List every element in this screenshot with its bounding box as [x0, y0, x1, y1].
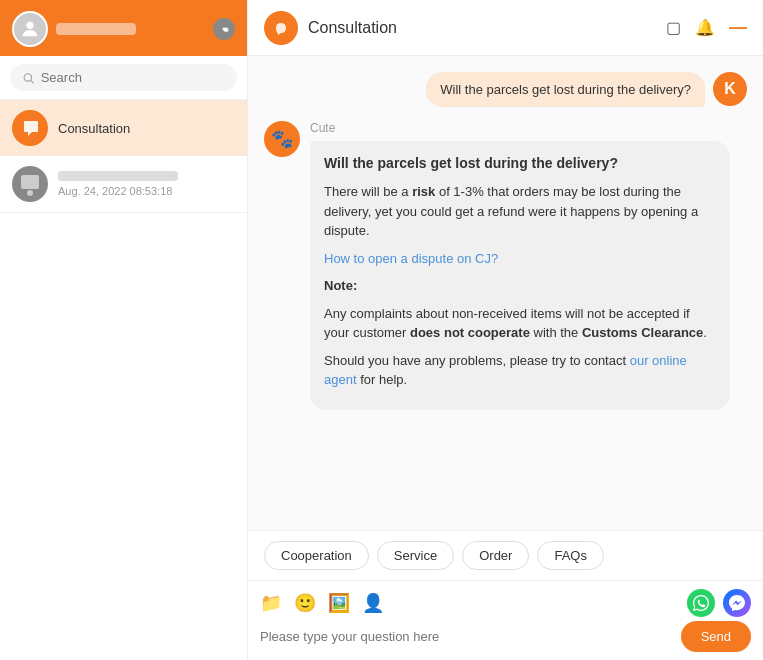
- input-icons: 📁 🙂 🖼️ 👤: [260, 592, 384, 614]
- send-button[interactable]: Send: [681, 621, 751, 652]
- input-area: 📁 🙂 🖼️ 👤 Send: [248, 580, 763, 660]
- svg-point-5: [27, 190, 33, 196]
- sidebar-header: [0, 0, 247, 56]
- input-field-row: Send: [260, 621, 751, 652]
- bot-note-bold: does not cooperate: [410, 325, 530, 340]
- chat-main: Consultation ▢ 🔔 — Will the parcels get …: [248, 0, 763, 660]
- bot-note-body: Any complaints about non-received items …: [324, 304, 716, 343]
- bot-link-para: How to open a dispute on CJ?: [324, 249, 716, 269]
- gear-icon[interactable]: [213, 18, 235, 40]
- bot-bubble-title: Will the parcels get lost during the del…: [324, 153, 716, 174]
- avatar-icon[interactable]: 👤: [362, 592, 384, 614]
- svg-point-1: [24, 73, 31, 80]
- user-avatar-k: K: [713, 72, 747, 106]
- bot-text-1: There will be a: [324, 184, 412, 199]
- quick-btn-faqs[interactable]: FAQs: [537, 541, 604, 570]
- quick-btn-order[interactable]: Order: [462, 541, 529, 570]
- bot-note-bold2: Customs Clearance: [582, 325, 703, 340]
- social-icons: [687, 589, 751, 617]
- svg-point-0: [26, 22, 33, 29]
- consultation-icon: [12, 110, 48, 146]
- emoji-icon[interactable]: 🙂: [294, 592, 316, 614]
- bot-bubble: Will the parcels get lost during the del…: [310, 141, 730, 410]
- bot-note-label: Note:: [324, 276, 716, 296]
- user-bubble: Will the parcels get lost during the del…: [426, 72, 705, 107]
- chat-header: Consultation ▢ 🔔 —: [248, 0, 763, 56]
- search-input[interactable]: [41, 70, 225, 85]
- quick-btn-service[interactable]: Service: [377, 541, 454, 570]
- bot-note-end: .: [703, 325, 707, 340]
- bot-contact-text: Should you have any problems, please try…: [324, 353, 630, 368]
- consultation-label: Consultation: [58, 121, 130, 136]
- messenger-icon[interactable]: [723, 589, 751, 617]
- bot-message: 🐾 Cute Will the parcels get lost during …: [264, 121, 747, 410]
- messages-area: Will the parcels get lost during the del…: [248, 56, 763, 530]
- chat-header-icons: ▢ 🔔 —: [666, 17, 747, 38]
- svg-rect-4: [21, 175, 39, 189]
- image-icon[interactable]: 🖼️: [328, 592, 350, 614]
- quick-replies: Cooperation Service Order FAQs: [248, 530, 763, 580]
- bot-note-text2: with the: [530, 325, 582, 340]
- chat-meta: Aug. 24, 2022 08:53:18: [58, 171, 235, 197]
- consultation-item[interactable]: Consultation: [0, 100, 247, 156]
- whatsapp-icon[interactable]: [687, 589, 715, 617]
- chat-list-item[interactable]: Aug. 24, 2022 08:53:18: [0, 156, 247, 213]
- quick-btn-cooperation[interactable]: Cooperation: [264, 541, 369, 570]
- chat-title: Consultation: [308, 19, 397, 37]
- bot-contact-end: for help.: [357, 372, 408, 387]
- bot-contact-para: Should you have any problems, please try…: [324, 351, 716, 390]
- window-icon[interactable]: ▢: [666, 18, 681, 37]
- input-toolbar: 📁 🙂 🖼️ 👤: [260, 589, 751, 617]
- user-message: Will the parcels get lost during the del…: [264, 72, 747, 107]
- search-icon: [22, 71, 35, 85]
- chat-header-left: Consultation: [264, 11, 397, 45]
- svg-line-2: [31, 80, 34, 83]
- chat-thumb: [12, 166, 48, 202]
- cj-logo: [264, 11, 298, 45]
- bell-icon[interactable]: 🔔: [695, 18, 715, 37]
- folder-icon[interactable]: 📁: [260, 592, 282, 614]
- username-blurred: [56, 23, 136, 35]
- chat-thumb-inner: [13, 167, 47, 201]
- bot-bubble-wrap: Cute Will the parcels get lost during th…: [310, 121, 730, 410]
- minimize-icon[interactable]: —: [729, 17, 747, 38]
- chat-time: Aug. 24, 2022 08:53:18: [58, 185, 235, 197]
- user-avatar-inner: [14, 13, 46, 45]
- bot-note-strong: Note:: [324, 278, 357, 293]
- bot-para-1: There will be a risk of 1-3% that orders…: [324, 182, 716, 241]
- bot-bold-1: risk: [412, 184, 435, 199]
- bot-avatar: 🐾: [264, 121, 300, 157]
- user-avatar: [12, 11, 48, 47]
- search-input-wrap: [10, 64, 237, 91]
- search-bar: [0, 56, 247, 100]
- message-input[interactable]: [260, 625, 673, 648]
- sidebar: Consultation Aug. 24, 2022 08:53:18: [0, 0, 248, 660]
- bot-name: Cute: [310, 121, 730, 135]
- bot-dispute-link[interactable]: How to open a dispute on CJ?: [324, 251, 498, 266]
- chat-name-blurred: [58, 171, 178, 181]
